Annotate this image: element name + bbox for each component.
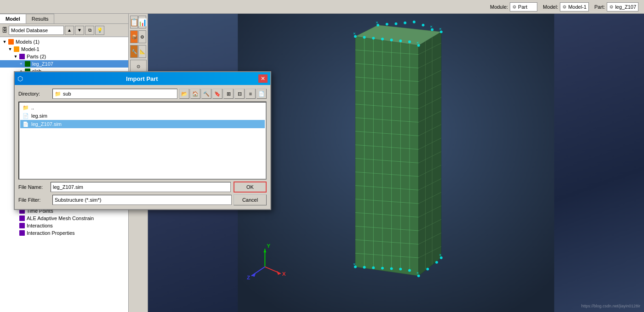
module-icon: ⛭	[512, 4, 517, 10]
svg-point-53	[386, 23, 388, 26]
watermark: https://blog.csdn.net/jiayin0128ir	[581, 304, 640, 308]
svg-text:×: ×	[353, 31, 356, 36]
dialog-icon: ⬡	[17, 75, 23, 82]
svg-text:×: ×	[376, 20, 378, 25]
svg-point-62	[372, 267, 375, 269]
file-item-legz107sim[interactable]: 📄leg_Z107.sim	[20, 120, 265, 128]
part-dropdown[interactable]: ⛭ leg_Z107	[607, 2, 638, 11]
dir-btn-hammer[interactable]: 🔨	[201, 89, 211, 99]
svg-text:×: ×	[439, 252, 442, 257]
dir-btn-grid[interactable]: ⊞	[223, 89, 234, 99]
svg-marker-2	[419, 32, 441, 276]
file-filter-input[interactable]	[52, 195, 232, 205]
svg-point-54	[395, 23, 398, 25]
dir-toolbar: 📂 🏠 🔨 🔖 ⊞ ⊟ ≡ 📄	[179, 89, 267, 99]
svg-point-48	[390, 39, 393, 41]
svg-point-56	[413, 21, 416, 23]
svg-text:×: ×	[439, 26, 442, 31]
part-value: leg_Z107	[615, 4, 636, 10]
model-icon: ⛭	[562, 4, 567, 10]
directory-value: sub	[63, 91, 71, 96]
svg-point-50	[408, 40, 411, 43]
file-filter-row: File Filter: Cancel	[18, 194, 267, 205]
model-value: Model-1	[568, 4, 587, 10]
svg-text:×: ×	[430, 24, 433, 29]
part-label: Part:	[594, 4, 605, 10]
file-name-row: File Name: OK	[18, 182, 267, 193]
svg-point-65	[399, 268, 402, 271]
dir-btn-bookmark[interactable]: 🔖	[212, 89, 222, 99]
svg-point-66	[408, 269, 411, 272]
svg-point-47	[381, 38, 384, 40]
file-filter-label: File Filter:	[18, 197, 51, 203]
svg-text:×: ×	[416, 40, 419, 45]
file-list[interactable]: 📁..📄leg.sim📄leg_Z107.sim	[18, 102, 267, 180]
dir-btn-home[interactable]: 🏠	[190, 89, 200, 99]
ok-button[interactable]: OK	[234, 182, 267, 193]
svg-point-45	[363, 36, 366, 39]
svg-point-49	[399, 40, 402, 42]
file-name-label: File Name:	[18, 184, 51, 190]
svg-point-64	[390, 267, 393, 270]
app-window: Module: ⛭ Part Model: ⛭ Model-1 Part: ⛭ …	[0, 0, 644, 312]
svg-point-46	[372, 37, 375, 40]
part-icon: ⛭	[609, 4, 614, 10]
model-dropdown[interactable]: ⛭ Model-1	[560, 2, 589, 11]
dir-btn-list[interactable]: ≡	[245, 89, 256, 99]
directory-row: Directory: 📁 sub 📂 🏠 🔨 🔖 ⊞ ⊟ ≡	[18, 89, 267, 99]
svg-text:×: ×	[416, 270, 419, 275]
import-dialog: ⬡ Import Part ✕ Directory: 📁 sub 📂 🏠	[14, 71, 271, 210]
svg-point-57	[422, 24, 425, 27]
model-label: Model:	[543, 4, 558, 10]
module-value: Part	[518, 4, 527, 10]
svg-point-63	[381, 267, 384, 270]
file-name-input[interactable]	[51, 182, 231, 192]
file-item-dotdot[interactable]: 📁..	[20, 103, 265, 112]
directory-input[interactable]: 📁 sub	[52, 89, 177, 99]
dir-btn-folder[interactable]: 📂	[179, 89, 189, 99]
svg-text:X: X	[282, 271, 286, 277]
directory-label: Directory:	[18, 91, 51, 96]
dialog-overlay: ⬡ Import Part ✕ Directory: 📁 sub 📂 🏠	[0, 0, 276, 312]
svg-marker-1	[355, 36, 419, 276]
dialog-title: Import Part	[26, 75, 258, 82]
svg-point-61	[363, 266, 366, 269]
svg-text:×: ×	[353, 261, 356, 267]
module-dropdown[interactable]: ⛭ Part	[510, 2, 537, 11]
dialog-titlebar: ⬡ Import Part ✕	[15, 72, 270, 85]
svg-point-69	[435, 261, 438, 264]
svg-point-55	[404, 22, 406, 24]
dialog-body: Directory: 📁 sub 📂 🏠 🔨 🔖 ⊞ ⊟ ≡	[15, 85, 270, 209]
dialog-close-button[interactable]: ✕	[258, 74, 268, 83]
file-item-legsim[interactable]: 📄leg.sim	[20, 112, 265, 120]
dir-btn-grid2[interactable]: ⊟	[234, 89, 245, 99]
dir-btn-new[interactable]: 📄	[256, 89, 267, 99]
svg-point-68	[426, 268, 429, 271]
cancel-button[interactable]: Cancel	[234, 194, 267, 205]
module-label: Module:	[490, 4, 508, 10]
